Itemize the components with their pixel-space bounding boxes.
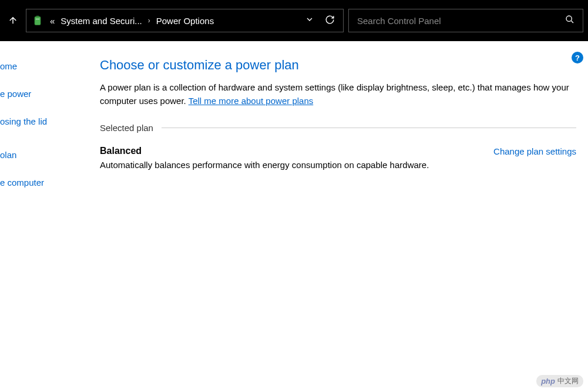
plan-row: Balanced Automatically balances performa… [100, 146, 576, 170]
learn-more-link[interactable]: Tell me more about power plans [189, 96, 314, 106]
power-options-icon [31, 14, 44, 27]
content-wrapper: ome e power osing the lid olan e compute… [0, 41, 588, 392]
page-description: A power plan is a collection of hardware… [100, 81, 576, 108]
sidebar-item-power[interactable]: e power [0, 85, 82, 102]
breadcrumb-item-power[interactable]: Power Options [156, 16, 214, 26]
svg-point-3 [566, 16, 572, 21]
main-content: ? Choose or customize a power plan A pow… [82, 41, 588, 392]
chevron-right-icon: › [148, 16, 150, 25]
description-text: A power plan is a collection of hardware… [100, 82, 569, 106]
sidebar-item-home[interactable]: ome [0, 58, 82, 75]
divider [162, 128, 576, 128]
watermark: php 中文网 [536, 375, 583, 387]
breadcrumb-prefix: « [50, 16, 55, 26]
watermark-badge: php 中文网 [536, 375, 583, 387]
breadcrumb: « System and Securi... › Power Options [50, 16, 299, 26]
plan-name: Balanced [100, 146, 493, 156]
top-toolbar: « System and Securi... › Power Options S… [0, 0, 588, 41]
section-header: Selected plan [100, 123, 576, 133]
svg-rect-1 [36, 16, 39, 18]
plan-description: Automatically balances performance with … [100, 160, 493, 170]
sidebar-item-lid[interactable]: osing the lid [0, 113, 82, 130]
nav-up-button[interactable] [5, 12, 21, 29]
refresh-icon[interactable] [325, 15, 335, 27]
breadcrumb-item-system[interactable]: System and Securi... [61, 16, 142, 26]
address-controls [305, 15, 338, 27]
address-bar[interactable]: « System and Securi... › Power Options [26, 9, 344, 32]
svg-rect-2 [36, 19, 40, 20]
change-plan-settings-link[interactable]: Change plan settings [493, 146, 576, 156]
help-icon[interactable]: ? [572, 52, 583, 63]
sidebar: ome e power osing the lid olan e compute… [0, 41, 82, 392]
sidebar-item-computer[interactable]: e computer [0, 174, 82, 191]
search-icon[interactable] [565, 15, 574, 26]
plan-info: Balanced Automatically balances performa… [100, 146, 493, 170]
section-label: Selected plan [100, 123, 162, 133]
svg-rect-0 [35, 16, 41, 25]
page-title: Choose or customize a power plan [100, 58, 576, 73]
watermark-logo: php [541, 377, 555, 386]
search-placeholder: Search Control Panel [357, 16, 441, 26]
watermark-text: 中文网 [557, 376, 579, 386]
search-input[interactable]: Search Control Panel [348, 9, 583, 32]
chevron-down-icon[interactable] [305, 15, 314, 26]
sidebar-item-plan[interactable]: olan [0, 146, 82, 163]
